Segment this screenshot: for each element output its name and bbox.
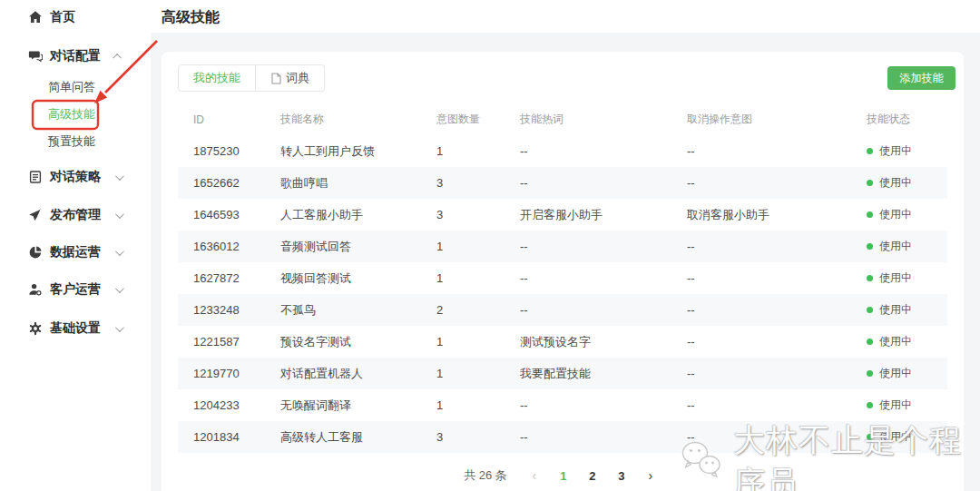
skill-id: 1627872 xyxy=(178,262,265,294)
sidebar-subitem-label: 简单问答 xyxy=(48,79,95,95)
skill-name: 预设名字测试 xyxy=(265,326,421,358)
dictionary-icon xyxy=(270,73,281,84)
status-dot-icon xyxy=(867,211,873,218)
status-label: 使用中 xyxy=(879,303,912,316)
tab-dictionary[interactable]: 词典 xyxy=(256,64,325,92)
skill-status: 使用中 xyxy=(851,231,947,262)
sidebar-item-publish-management[interactable]: 发布管理 xyxy=(0,198,151,232)
intent-count: 1 xyxy=(421,135,505,167)
status-label: 使用中 xyxy=(879,335,912,348)
intent-count: 3 xyxy=(421,199,505,231)
sidebar-subitem-label: 高级技能 xyxy=(48,106,95,123)
intent-count: 1 xyxy=(421,358,505,389)
status-dot-icon xyxy=(867,339,873,345)
sidebar-item-customer-operations[interactable]: 客户运营 xyxy=(0,272,151,307)
status-label: 使用中 xyxy=(879,208,912,221)
home-icon xyxy=(28,10,43,25)
col-header-id: ID xyxy=(178,107,265,135)
page-title: 高级技能 xyxy=(162,8,220,27)
table-row: 1627872视频回答测试1----使用中 xyxy=(178,262,947,294)
table-row: 1875230转人工到用户反馈1----使用中 xyxy=(178,135,947,167)
status-dot-icon xyxy=(867,370,873,377)
cancel-intent: -- xyxy=(671,358,851,389)
strategy-icon xyxy=(28,170,43,184)
status-label: 使用中 xyxy=(879,430,912,443)
cancel-intent: -- xyxy=(671,389,851,421)
skill-name: 对话配置机器人 xyxy=(265,358,421,389)
cancel-intent: -- xyxy=(671,294,851,326)
sidebar-subitem-label: 预置技能 xyxy=(48,133,95,150)
add-skill-button[interactable]: 添加技能 xyxy=(887,66,956,90)
chevron-down-icon xyxy=(115,323,124,332)
table-body: 1875230转人工到用户反馈1----使用中1652662歌曲哼唱3----使… xyxy=(178,135,947,453)
skill-name: 转人工到用户反馈 xyxy=(265,135,421,167)
data-icon xyxy=(28,245,43,260)
pagination-page-3[interactable]: 3 xyxy=(611,465,632,486)
cancel-intent: -- xyxy=(671,167,851,199)
intent-count: 1 xyxy=(421,231,505,262)
customer-icon xyxy=(28,282,43,297)
skill-name: 不孤鸟 xyxy=(265,294,421,326)
table-row: 1233248不孤鸟2----使用中 xyxy=(178,294,947,326)
main-panel: 我的技能 词典 添加技能 ID 技能名称 意图数量 技能热词 取消操作意图 技能… xyxy=(162,52,964,491)
status-dot-icon xyxy=(867,434,873,440)
skill-id: 1221587 xyxy=(178,326,265,358)
sidebar-subitem-simple-qa[interactable]: 简单问答 xyxy=(0,74,151,101)
sidebar-item-label: 数据运营 xyxy=(50,244,101,260)
pagination-total: 共 26 条 xyxy=(464,467,507,484)
skill-name: 歌曲哼唱 xyxy=(265,167,421,199)
sidebar-item-label: 客户运营 xyxy=(50,281,101,298)
cancel-intent: -- xyxy=(671,135,851,167)
skill-hotword: -- xyxy=(505,135,671,167)
intent-count: 1 xyxy=(421,326,505,358)
chevron-down-icon xyxy=(115,172,124,181)
status-dot-icon xyxy=(867,307,873,313)
skill-id: 1219770 xyxy=(178,358,265,389)
chevron-down-icon xyxy=(115,210,124,219)
chevron-down-icon xyxy=(115,247,124,256)
col-header-intent-count: 意图数量 xyxy=(421,107,505,135)
pagination-page-1[interactable]: 1 xyxy=(553,465,574,486)
pagination-prev-icon[interactable]: ‹ xyxy=(524,465,545,486)
sidebar-item-label: 基础设置 xyxy=(50,320,101,337)
col-header-status: 技能状态 xyxy=(851,107,947,135)
skill-id: 1204233 xyxy=(178,389,265,421)
intent-count: 3 xyxy=(421,167,505,199)
sidebar-item-dialog-config[interactable]: 对话配置 xyxy=(0,39,151,74)
skill-status: 使用中 xyxy=(851,294,947,326)
cancel-intent: 取消客服小助手 xyxy=(671,199,851,231)
sidebar: 首页 对话配置 简单问答 高级技能 预置技能 对话策略 发布管理 数据运营 xyxy=(0,0,151,491)
col-header-cancel-intent: 取消操作意图 xyxy=(671,107,851,135)
skill-id: 1875230 xyxy=(178,135,265,167)
sidebar-item-home[interactable]: 首页 xyxy=(0,0,151,34)
pagination-page-2[interactable]: 2 xyxy=(582,465,603,486)
pagination-next-icon[interactable]: › xyxy=(640,465,662,486)
skill-status: 使用中 xyxy=(851,135,947,167)
skill-id: 1652662 xyxy=(178,167,265,199)
skill-status: 使用中 xyxy=(851,167,947,199)
table-row: 1646593人工客服小助手3开启客服小助手取消客服小助手使用中 xyxy=(178,199,947,231)
sidebar-item-dialog-strategy[interactable]: 对话策略 xyxy=(0,160,151,194)
skill-id: 1233248 xyxy=(178,294,265,326)
status-dot-icon xyxy=(867,275,873,281)
tab-my-skills[interactable]: 我的技能 xyxy=(178,64,256,92)
skill-status: 使用中 xyxy=(851,326,947,358)
sidebar-subitem-advanced-skill[interactable]: 高级技能 xyxy=(0,101,151,128)
skill-status: 使用中 xyxy=(851,421,947,453)
sidebar-item-data-operations[interactable]: 数据运营 xyxy=(0,235,151,270)
col-header-hotword: 技能热词 xyxy=(505,107,671,135)
table-row: 1219770对话配置机器人1我要配置技能--使用中 xyxy=(178,358,947,389)
intent-count: 3 xyxy=(421,421,505,453)
skill-id: 1636012 xyxy=(178,231,265,262)
status-dot-icon xyxy=(867,402,873,408)
cancel-intent: -- xyxy=(671,421,851,453)
skill-status: 使用中 xyxy=(851,199,947,231)
skill-name: 无唤醒词翻译 xyxy=(265,389,421,421)
publish-icon xyxy=(28,208,43,222)
sidebar-item-basic-settings[interactable]: 基础设置 xyxy=(0,311,151,346)
skill-name: 人工客服小助手 xyxy=(265,199,421,231)
sidebar-item-label: 发布管理 xyxy=(50,207,101,223)
sidebar-subitem-preset-skill[interactable]: 预置技能 xyxy=(0,128,151,155)
sidebar-item-label: 首页 xyxy=(50,9,75,25)
skill-hotword: 开启客服小助手 xyxy=(505,199,671,231)
